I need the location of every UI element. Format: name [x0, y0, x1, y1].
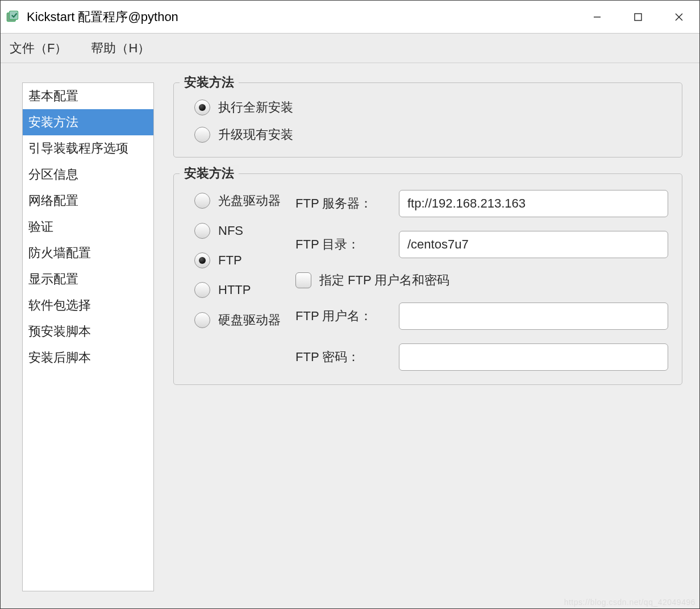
- install-method-option[interactable]: NFS: [194, 223, 281, 239]
- ftp-username-input[interactable]: [399, 303, 668, 330]
- close-button[interactable]: [659, 1, 699, 33]
- install-method-group: 安装方法 光盘驱动器NFSFTPHTTP硬盘驱动器 FTP 服务器： FTP 目…: [173, 173, 682, 385]
- radio-label: 光盘驱动器: [218, 192, 281, 209]
- ftp-auth-checkbox[interactable]: [295, 272, 311, 288]
- group-legend: 安装方法: [180, 165, 239, 182]
- sidebar-item[interactable]: 安装后脚本: [23, 345, 153, 371]
- install-method-option[interactable]: HTTP: [194, 282, 281, 298]
- ftp-auth-row[interactable]: 指定 FTP 用户名和密码: [295, 272, 668, 289]
- install-method-option[interactable]: FTP: [194, 252, 281, 268]
- install-method-options: 光盘驱动器NFSFTPHTTP硬盘驱动器: [188, 190, 281, 371]
- ftp-settings: FTP 服务器： FTP 目录： 指定 FTP 用户名和密码 FTP: [295, 190, 668, 371]
- radio-icon[interactable]: [194, 127, 210, 143]
- install-method-option[interactable]: 硬盘驱动器: [194, 312, 281, 329]
- radio-icon[interactable]: [194, 223, 210, 239]
- radio-icon[interactable]: [194, 252, 210, 268]
- ftp-server-label: FTP 服务器：: [295, 195, 391, 212]
- svg-rect-3: [635, 14, 641, 20]
- svg-rect-1: [10, 11, 18, 19]
- titlebar[interactable]: Kickstart 配置程序@python: [1, 1, 699, 34]
- sidebar-item[interactable]: 软件包选择: [23, 292, 153, 318]
- sidebar-item[interactable]: 防火墙配置: [23, 240, 153, 266]
- radio-icon[interactable]: [194, 100, 210, 115]
- sidebar-item[interactable]: 基本配置: [23, 83, 153, 109]
- radio-icon[interactable]: [194, 312, 210, 328]
- radio-label: FTP: [218, 253, 242, 268]
- sidebar-item[interactable]: 预安装脚本: [23, 318, 153, 345]
- radio-label: 升级现有安装: [218, 126, 293, 143]
- sidebar-item[interactable]: 安装方法: [23, 109, 153, 135]
- body: 基本配置安装方法引导装载程序选项分区信息网络配置验证防火墙配置显示配置软件包选择…: [1, 63, 699, 608]
- install-type-option[interactable]: 升级现有安装: [194, 126, 668, 143]
- sidebar-item[interactable]: 验证: [23, 214, 153, 240]
- ftp-directory-row: FTP 目录：: [295, 231, 668, 258]
- window-title: Kickstart 配置程序@python: [27, 9, 577, 26]
- ftp-directory-label: FTP 目录：: [295, 236, 391, 253]
- install-type-group: 安装方法 执行全新安装升级现有安装: [173, 82, 682, 158]
- sidebar-item[interactable]: 显示配置: [23, 266, 153, 292]
- main-panel: 安装方法 执行全新安装升级现有安装 安装方法 光盘驱动器NFSFTPHTTP硬盘…: [173, 82, 682, 591]
- install-method-option[interactable]: 光盘驱动器: [194, 192, 281, 209]
- application-window: Kickstart 配置程序@python 文件（F） 帮助（H） 基本配置安装…: [0, 0, 700, 609]
- sidebar: 基本配置安装方法引导装载程序选项分区信息网络配置验证防火墙配置显示配置软件包选择…: [22, 82, 154, 591]
- radio-icon[interactable]: [194, 282, 210, 298]
- menu-help[interactable]: 帮助（H）: [88, 38, 153, 59]
- app-icon: [5, 9, 21, 25]
- sidebar-item[interactable]: 分区信息: [23, 161, 153, 188]
- group-legend: 安装方法: [180, 74, 239, 91]
- ftp-password-row: FTP 密码：: [295, 343, 668, 371]
- ftp-password-input[interactable]: [399, 343, 668, 371]
- ftp-username-row: FTP 用户名：: [295, 303, 668, 330]
- radio-label: HTTP: [218, 283, 251, 297]
- menubar: 文件（F） 帮助（H）: [1, 34, 699, 63]
- ftp-server-input[interactable]: [399, 190, 668, 217]
- install-type-option[interactable]: 执行全新安装: [194, 99, 668, 116]
- sidebar-item[interactable]: 引导装载程序选项: [23, 135, 153, 161]
- ftp-server-row: FTP 服务器：: [295, 190, 668, 217]
- maximize-button[interactable]: [618, 1, 659, 33]
- menu-file[interactable]: 文件（F）: [6, 38, 70, 59]
- install-type-options: 执行全新安装升级现有安装: [188, 99, 668, 143]
- minimize-button[interactable]: [577, 1, 618, 33]
- radio-icon[interactable]: [194, 193, 210, 209]
- sidebar-item[interactable]: 网络配置: [23, 188, 153, 214]
- radio-label: 硬盘驱动器: [218, 312, 281, 329]
- radio-label: 执行全新安装: [218, 99, 293, 116]
- ftp-username-label: FTP 用户名：: [295, 308, 391, 325]
- radio-label: NFS: [218, 223, 243, 238]
- ftp-password-label: FTP 密码：: [295, 349, 391, 366]
- ftp-auth-label: 指定 FTP 用户名和密码: [319, 272, 449, 289]
- ftp-directory-input[interactable]: [399, 231, 668, 258]
- window-controls: [577, 1, 699, 33]
